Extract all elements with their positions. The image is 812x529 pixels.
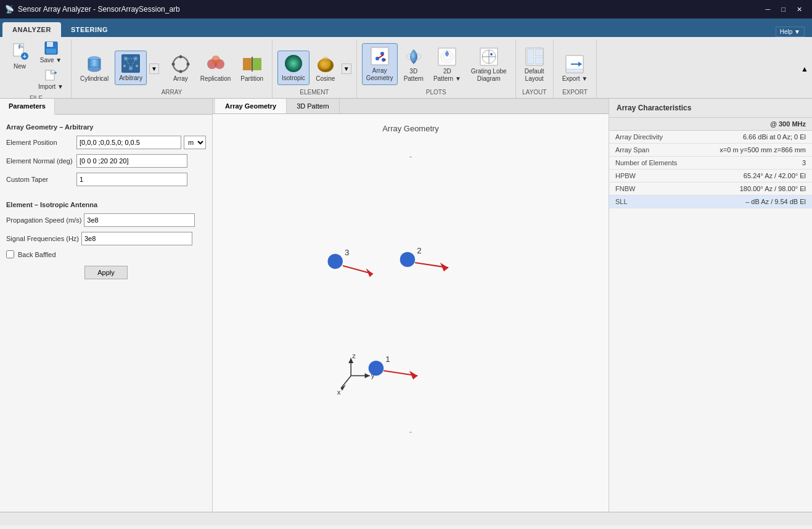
svg-point-27	[171, 63, 174, 66]
close-button[interactable]: ✕	[792, 3, 807, 16]
parameters-tab[interactable]: Parameters	[0, 99, 55, 115]
svg-point-39	[375, 57, 379, 60]
svg-rect-8	[46, 70, 54, 80]
char-row-5: SLL– dB Az / 9.54 dB El	[609, 195, 812, 208]
default-layout-button[interactable]: DefaultLayout	[521, 44, 548, 85]
cosine-label: Cosine	[316, 75, 335, 83]
cylindrical-icon	[84, 54, 104, 74]
propagation-speed-row: Propagation Speed (m/s)	[6, 213, 206, 227]
back-baffled-row: Back Baffled	[6, 250, 206, 258]
element-section-title: Element – Isotropic Antenna	[6, 201, 206, 208]
svg-rect-38	[371, 47, 388, 65]
char-label-4: FNBW	[609, 182, 711, 195]
array-type-dropdown[interactable]: ▼	[149, 64, 159, 74]
element-position-unit[interactable]: m mm	[184, 136, 206, 149]
import-button[interactable]: Import ▼	[36, 66, 66, 91]
import-icon	[44, 67, 59, 82]
array-geometry-plot-button[interactable]: ArrayGeometry	[362, 43, 398, 85]
element-2-dot	[400, 252, 415, 267]
2d-pattern-label: 2DPattern ▼	[433, 68, 461, 83]
partition-label: Partition	[240, 75, 263, 83]
char-value-5: – dB Az / 9.54 dB El	[711, 195, 813, 208]
svg-text:x: x	[337, 388, 341, 396]
arbitrary-icon	[121, 54, 141, 73]
status-bar	[0, 512, 812, 525]
custom-taper-input[interactable]	[76, 173, 187, 186]
svg-rect-7	[46, 49, 56, 54]
new-button[interactable]: + Apply New	[6, 39, 33, 73]
apply-button[interactable]: Apply	[84, 266, 128, 279]
app-icon: 📡	[5, 5, 14, 14]
array-ring-button[interactable]: Array	[167, 52, 194, 85]
center-tab-array-geometry[interactable]: Array Geometry	[215, 99, 287, 113]
main-layout: Parameters Array Geometry – Arbitrary El…	[0, 99, 812, 512]
right-panel: Array Characteristics @ 300 MHz Array Di…	[609, 99, 812, 512]
propagation-speed-input[interactable]	[84, 213, 195, 227]
app-title: Sensor Array Analyzer - SensorArraySessi…	[18, 5, 180, 14]
svg-text:+: +	[23, 53, 27, 60]
svg-rect-33	[253, 58, 261, 70]
cylindrical-button[interactable]: Cylindrical	[76, 52, 112, 85]
svg-point-31	[211, 55, 220, 64]
grating-lobe-button[interactable]: Grating LobeDiagram	[467, 44, 511, 85]
element-position-row: Element Position m mm	[6, 136, 206, 149]
tab-steering[interactable]: STEERING	[61, 22, 118, 37]
svg-point-35	[285, 55, 302, 72]
svg-rect-32	[243, 58, 252, 70]
svg-point-52	[490, 53, 493, 55]
back-baffled-checkbox[interactable]	[6, 250, 14, 258]
minimize-button[interactable]: ─	[761, 3, 776, 16]
layout-label: DefaultLayout	[525, 68, 544, 83]
maximize-button[interactable]: □	[776, 3, 790, 16]
tab-analyzer[interactable]: ANALYZER	[2, 22, 61, 37]
new-label-text: New	[14, 63, 26, 70]
ribbon-scroll-right[interactable]: ▲	[798, 39, 811, 98]
arbitrary-button[interactable]: Arbitrary	[115, 51, 147, 85]
export-button[interactable]: Export ▼	[559, 52, 592, 85]
center-canvas: Array Geometry 3 2 1	[213, 114, 609, 512]
ribbon-group-file: + Apply New Save ▼	[1, 39, 72, 98]
isotropic-button[interactable]: Isotropic	[277, 51, 310, 85]
right-panel-title: Array Characteristics	[609, 99, 812, 118]
save-button[interactable]: Save ▼	[36, 39, 66, 65]
signal-frequencies-row: Signal Frequencies (Hz)	[6, 232, 206, 245]
element-position-label: Element Position	[6, 139, 74, 146]
char-header-label	[609, 118, 711, 131]
element-group-label: ELEMENT	[277, 88, 351, 98]
export-icon	[565, 54, 584, 74]
element-type-dropdown[interactable]: ▼	[342, 64, 351, 74]
element-1-label: 1	[385, 355, 390, 364]
svg-point-37	[321, 57, 330, 69]
array-geometry-plot-icon	[370, 46, 390, 66]
isotropic-label: Isotropic	[282, 75, 305, 82]
element-normal-label: Element Normal (deg)	[6, 157, 74, 165]
svg-line-67	[341, 375, 351, 388]
help-button[interactable]: Help ▼	[776, 27, 805, 37]
char-value-3: 65.24° Az / 42.00° El	[711, 170, 813, 182]
3d-pattern-button[interactable]: 3DPattern	[400, 44, 427, 85]
element-position-input[interactable]	[76, 136, 181, 149]
ribbon-group-plots: ArrayGeometry 3	[357, 39, 516, 98]
array-group-label: ARRAY	[76, 88, 267, 98]
ribbon-tab-bar: ANALYZER STEERING Help ▼	[0, 18, 812, 37]
new-icon: +	[10, 42, 30, 62]
export-label: Export ▼	[562, 75, 588, 83]
2d-pattern-button[interactable]: 2DPattern ▼	[430, 44, 465, 85]
replication-button[interactable]: Replication	[197, 52, 234, 85]
signal-frequencies-input[interactable]	[81, 232, 192, 245]
center-tab-3d-pattern[interactable]: 3D Pattern	[287, 99, 340, 113]
array-geometry-section-title: Array Geometry – Arbitrary	[6, 123, 206, 131]
replication-icon	[206, 54, 226, 74]
propagation-speed-label: Propagation Speed (m/s)	[6, 216, 81, 224]
element-normal-input[interactable]	[76, 154, 187, 168]
char-value-0: 6.66 dBi at 0 Az; 0 El	[711, 131, 813, 144]
svg-point-40	[380, 52, 384, 55]
svg-rect-6	[47, 42, 53, 47]
center-tab-bar: Array Geometry 3D Pattern	[213, 99, 609, 114]
partition-button[interactable]: Partition	[237, 52, 267, 85]
char-row-4: FNBW180.00° Az / 98.00° El	[609, 182, 812, 195]
custom-taper-label: Custom Taper	[6, 176, 74, 183]
svg-point-28	[186, 63, 189, 66]
cosine-button[interactable]: Cosine	[312, 52, 339, 85]
svg-rect-56	[535, 57, 543, 64]
